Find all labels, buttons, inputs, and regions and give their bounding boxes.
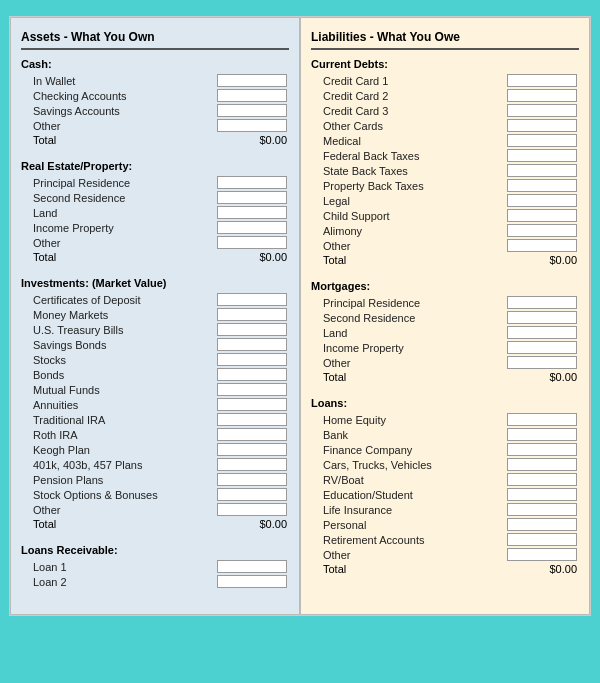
second-residence-asset-input[interactable] bbox=[217, 191, 287, 204]
item-label: Other Cards bbox=[313, 120, 383, 132]
cash-total-value: $0.00 bbox=[237, 134, 287, 146]
list-item: Finance Company bbox=[311, 443, 579, 456]
current-debts-section: Current Debts: Credit Card 1 Credit Card… bbox=[311, 58, 579, 266]
mortgages-total-label: Total bbox=[313, 371, 346, 383]
bank-loan-input[interactable] bbox=[507, 428, 577, 441]
income-property-mortgage-input[interactable] bbox=[507, 341, 577, 354]
principal-residence-mortgage-input[interactable] bbox=[507, 296, 577, 309]
loans-total-label: Total bbox=[313, 563, 346, 575]
stocks-input[interactable] bbox=[217, 353, 287, 366]
item-label: Medical bbox=[313, 135, 361, 147]
pension-plans-input[interactable] bbox=[217, 473, 287, 486]
income-property-asset-input[interactable] bbox=[217, 221, 287, 234]
list-item: 401k, 403b, 457 Plans bbox=[21, 458, 289, 471]
cd-input[interactable] bbox=[217, 293, 287, 306]
list-item: Certificates of Deposit bbox=[21, 293, 289, 306]
cash-other-input[interactable] bbox=[217, 119, 287, 132]
rv-boat-input[interactable] bbox=[507, 473, 577, 486]
keogh-plan-input[interactable] bbox=[217, 443, 287, 456]
main-container: Assets - What You Own Cash: In Wallet Ch… bbox=[9, 16, 591, 616]
real-estate-total-row: Total $0.00 bbox=[21, 251, 289, 263]
list-item: Annuities bbox=[21, 398, 289, 411]
item-label: Life Insurance bbox=[313, 504, 392, 516]
list-item: Federal Back Taxes bbox=[311, 149, 579, 162]
item-label: Annuities bbox=[23, 399, 78, 411]
item-label: Principal Residence bbox=[313, 297, 420, 309]
item-label: Savings Bonds bbox=[23, 339, 106, 351]
other-cards-input[interactable] bbox=[507, 119, 577, 132]
land-mortgage-input[interactable] bbox=[507, 326, 577, 339]
list-item: Loan 1 bbox=[21, 560, 289, 573]
credit-card-1-input[interactable] bbox=[507, 74, 577, 87]
education-input[interactable] bbox=[507, 488, 577, 501]
finance-company-input[interactable] bbox=[507, 443, 577, 456]
item-label: Stock Options & Bonuses bbox=[23, 489, 158, 501]
medical-input[interactable] bbox=[507, 134, 577, 147]
mutual-funds-input[interactable] bbox=[217, 383, 287, 396]
mortgages-header: Mortgages: bbox=[311, 280, 579, 292]
land-asset-input[interactable] bbox=[217, 206, 287, 219]
alimony-input[interactable] bbox=[507, 224, 577, 237]
item-label: Property Back Taxes bbox=[313, 180, 424, 192]
item-label: Finance Company bbox=[313, 444, 412, 456]
money-markets-input[interactable] bbox=[217, 308, 287, 321]
real-estate-other-input[interactable] bbox=[217, 236, 287, 249]
treasury-bills-input[interactable] bbox=[217, 323, 287, 336]
item-label: Principal Residence bbox=[23, 177, 130, 189]
list-item: Legal bbox=[311, 194, 579, 207]
item-label: Education/Student bbox=[313, 489, 413, 501]
cash-total-row: Total $0.00 bbox=[21, 134, 289, 146]
list-item: Income Property bbox=[311, 341, 579, 354]
cash-total-label: Total bbox=[23, 134, 56, 146]
bonds-input[interactable] bbox=[217, 368, 287, 381]
credit-card-2-input[interactable] bbox=[507, 89, 577, 102]
savings-bonds-input[interactable] bbox=[217, 338, 287, 351]
list-item: In Wallet bbox=[21, 74, 289, 87]
principal-residence-asset-input[interactable] bbox=[217, 176, 287, 189]
mortgages-other-input[interactable] bbox=[507, 356, 577, 369]
list-item: Roth IRA bbox=[21, 428, 289, 441]
item-label: Pension Plans bbox=[23, 474, 103, 486]
list-item: Land bbox=[311, 326, 579, 339]
item-label: Personal bbox=[313, 519, 366, 531]
list-item: Pension Plans bbox=[21, 473, 289, 486]
current-debts-other-input[interactable] bbox=[507, 239, 577, 252]
annuities-input[interactable] bbox=[217, 398, 287, 411]
checking-accounts-input[interactable] bbox=[217, 89, 287, 102]
vehicles-input[interactable] bbox=[507, 458, 577, 471]
list-item: Credit Card 2 bbox=[311, 89, 579, 102]
stock-options-input[interactable] bbox=[217, 488, 287, 501]
child-support-input[interactable] bbox=[507, 209, 577, 222]
current-debts-total-label: Total bbox=[313, 254, 346, 266]
list-item: Life Insurance bbox=[311, 503, 579, 516]
list-item: State Back Taxes bbox=[311, 164, 579, 177]
in-wallet-input[interactable] bbox=[217, 74, 287, 87]
legal-input[interactable] bbox=[507, 194, 577, 207]
traditional-ira-input[interactable] bbox=[217, 413, 287, 426]
property-back-taxes-input[interactable] bbox=[507, 179, 577, 192]
list-item: Stocks bbox=[21, 353, 289, 366]
mortgages-section: Mortgages: Principal Residence Second Re… bbox=[311, 280, 579, 383]
investments-other-input[interactable] bbox=[217, 503, 287, 516]
loan1-input[interactable] bbox=[217, 560, 287, 573]
roth-ira-input[interactable] bbox=[217, 428, 287, 441]
cash-section: Cash: In Wallet Checking Accounts Saving… bbox=[21, 58, 289, 146]
real-estate-section: Real Estate/Property: Principal Residenc… bbox=[21, 160, 289, 263]
savings-accounts-input[interactable] bbox=[217, 104, 287, 117]
state-back-taxes-input[interactable] bbox=[507, 164, 577, 177]
loan2-input[interactable] bbox=[217, 575, 287, 588]
personal-loan-input[interactable] bbox=[507, 518, 577, 531]
401k-input[interactable] bbox=[217, 458, 287, 471]
item-label: Credit Card 1 bbox=[313, 75, 388, 87]
loans-other-input[interactable] bbox=[507, 548, 577, 561]
home-equity-input[interactable] bbox=[507, 413, 577, 426]
list-item: Alimony bbox=[311, 224, 579, 237]
item-label: Income Property bbox=[313, 342, 404, 354]
life-insurance-input[interactable] bbox=[507, 503, 577, 516]
credit-card-3-input[interactable] bbox=[507, 104, 577, 117]
federal-back-taxes-input[interactable] bbox=[507, 149, 577, 162]
list-item: Principal Residence bbox=[21, 176, 289, 189]
retirement-accounts-input[interactable] bbox=[507, 533, 577, 546]
item-label: State Back Taxes bbox=[313, 165, 408, 177]
second-residence-mortgage-input[interactable] bbox=[507, 311, 577, 324]
